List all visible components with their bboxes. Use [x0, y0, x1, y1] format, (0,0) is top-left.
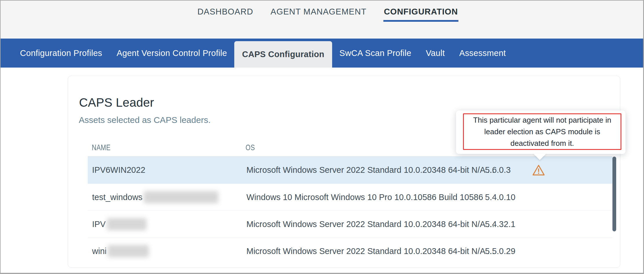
secondary-nav: Configuration Profiles Agent Version Con… [1, 39, 643, 68]
asset-name-cell: IPV6WIN2022 [92, 157, 145, 184]
table-row[interactable]: IPV Microsoft Windows Server 2022 Standa… [88, 211, 612, 237]
tooltip-arrow [533, 154, 546, 160]
asset-name-cell: test_windows [92, 184, 218, 211]
subtab-assessment[interactable]: Assessment [452, 39, 513, 68]
caps-leader-card: CAPS Leader Assets selected as CAPS lead… [68, 76, 620, 268]
tab-configuration[interactable]: CONFIGURATION [383, 5, 459, 22]
table-row[interactable]: wini Microsoft Windows Server 2022 Stand… [88, 237, 612, 264]
redacted-text-blur [107, 218, 147, 230]
asset-name-cell: wini [92, 238, 149, 264]
asset-name-cell: IPV [92, 211, 147, 237]
agent-version-cell: 5.4.32.1 [485, 211, 515, 237]
column-header-name: NAME [92, 143, 111, 152]
column-header-os: OS [246, 143, 255, 152]
asset-os-cell: Microsoft Windows Server 2022 Standard 1… [246, 211, 494, 237]
subtab-configuration-profiles[interactable]: Configuration Profiles [13, 39, 109, 68]
subtab-vault[interactable]: Vault [419, 39, 452, 68]
table-scrollbar-thumb[interactable] [612, 157, 616, 231]
table-row[interactable]: IPV6WIN2022 Microsoft Windows Server 202… [88, 157, 612, 184]
tooltip-highlight-box: This particular agent will not participa… [463, 113, 621, 150]
warning-icon[interactable] [532, 157, 545, 184]
tab-dashboard[interactable]: DASHBOARD [197, 5, 254, 22]
redacted-text-blur [108, 245, 149, 257]
tab-agent-management[interactable]: AGENT MANAGEMENT [270, 5, 367, 22]
primary-nav: DASHBOARD AGENT MANAGEMENT CONFIGURATION [197, 1, 459, 22]
agent-version-cell: 5.4.0.10 [485, 184, 515, 211]
table-row[interactable]: test_windows Windows 10 Microsoft Window… [88, 184, 612, 211]
subtab-swca-scan-profile[interactable]: SwCA Scan Profile [332, 39, 419, 68]
agent-version-cell: 5.6.0.3 [485, 157, 511, 184]
agent-version-cell: 5.5.0.29 [485, 238, 515, 264]
page-title: CAPS Leader [79, 96, 154, 110]
subtab-agent-version-control-profile[interactable]: Agent Version Control Profile [109, 39, 234, 68]
top-bar: DASHBOARD AGENT MANAGEMENT CONFIGURATION [1, 1, 643, 39]
asset-os-cell: Windows 10 Microsoft Windows 10 Pro 10.0… [246, 184, 483, 211]
asset-os-cell: Microsoft Windows Server 2022 Standard 1… [246, 238, 494, 264]
redacted-text-blur [144, 191, 218, 203]
asset-os-cell: Microsoft Windows Server 2022 Standard 1… [246, 157, 494, 184]
app-window: DASHBOARD AGENT MANAGEMENT CONFIGURATION… [0, 0, 644, 274]
tooltip-text: This particular agent will not participa… [467, 114, 618, 149]
subtab-caps-configuration[interactable]: CAPS Configuration [234, 41, 332, 68]
page-subtitle: Assets selected as CAPS leaders. [79, 115, 211, 125]
warning-tooltip: This particular agent will not participa… [456, 110, 625, 154]
